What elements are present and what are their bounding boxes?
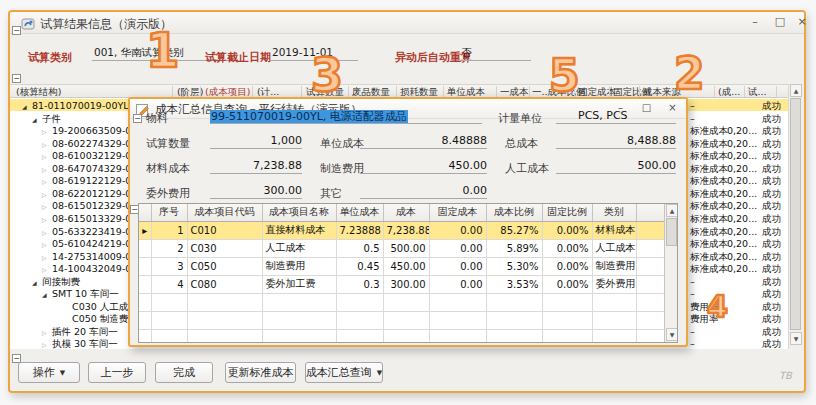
grid-cell: 0.00%: [542, 257, 592, 275]
grid-cell: 450.00: [383, 257, 429, 275]
grid-empty-cell: [429, 293, 486, 311]
minimize-icon[interactable]: –: [746, 14, 764, 31]
cost-source-value: –: [690, 100, 695, 112]
grid-empty-cell: [486, 311, 542, 329]
material-label: 物料: [146, 111, 168, 126]
cost-summary-query-button[interactable]: 成本汇总查询▼: [305, 362, 383, 383]
status-value: 成功: [762, 175, 781, 187]
grid-column-header[interactable]: 固定比例: [542, 204, 592, 221]
grid-empty-cell: [636, 293, 665, 311]
scroll-down-icon[interactable]: ▼: [790, 332, 802, 345]
grid-empty-cell: [542, 329, 592, 343]
form-collapse-box[interactable]: −: [12, 26, 21, 35]
grid-column-header[interactable]: 成本项目名称: [262, 204, 336, 221]
grid-row[interactable]: 3C050制造费用0.45450.000.005.30%0.00%制造费用: [139, 257, 665, 275]
grid-cell: 0.00%: [542, 221, 592, 239]
main-vertical-scrollbar[interactable]: ▲ ▼: [788, 84, 802, 349]
other-label: 其它: [320, 186, 342, 201]
cost-items-table: 序号成本项目代码成本项目名称单位成本成本固定成本成本比例固定比例类别▸1C010…: [139, 204, 666, 343]
grid-cell: 1: [151, 221, 187, 239]
grid-cell: 0.45: [336, 257, 383, 275]
status-value: 成功: [762, 313, 781, 325]
cost-extra-value: 0,20...: [727, 238, 757, 250]
close-icon[interactable]: ×: [793, 14, 811, 31]
watermark: TB: [779, 370, 792, 381]
trial-qty-field[interactable]: 1,000: [210, 134, 302, 149]
grid-row[interactable]: 2C030人工成本0.5500.000.005.89%0.00%人工成本: [139, 239, 665, 257]
finish-button[interactable]: 完成: [155, 362, 213, 383]
grid-cell: C050: [187, 257, 262, 275]
other-field[interactable]: 0.00: [360, 184, 487, 199]
grid-cell: [636, 221, 665, 239]
cost-source-value: –: [690, 326, 695, 338]
grid-empty-cell: [187, 293, 262, 311]
scroll-up-icon[interactable]: ▲: [666, 204, 678, 217]
scroll-up-icon[interactable]: ▲: [790, 84, 802, 97]
cost-source-value: 标准成本: [690, 226, 728, 238]
row-pointer-cell: [139, 257, 151, 275]
mfg-overhead-field[interactable]: 450.00: [360, 159, 487, 174]
grid-empty-cell: [139, 293, 151, 311]
material-collapse-box[interactable]: −: [133, 114, 142, 123]
grid-column-header[interactable]: 成本比例: [486, 204, 542, 221]
grid-column-header[interactable]: 成本项目代码: [187, 204, 262, 221]
grid-empty-row: [139, 293, 665, 311]
grid-column-header[interactable]: 成本: [383, 204, 429, 221]
auto-recalc-field[interactable]: 否: [459, 46, 531, 61]
material-field[interactable]: 99-511070019-00YL, 电源适配器成品: [210, 109, 482, 124]
grid-cell: 0.00: [429, 239, 486, 257]
app-icon: [21, 16, 35, 35]
grid-column-header[interactable]: 序号: [151, 204, 187, 221]
dropdown-icon: ▼: [377, 369, 382, 377]
uom-label: 计量单位: [498, 111, 542, 126]
status-value: 成功: [762, 326, 781, 338]
labor-cost-label: 人工成本: [505, 161, 549, 176]
grid-empty-row: [139, 329, 665, 343]
scroll-thumb[interactable]: [790, 98, 801, 330]
labor-cost-field[interactable]: 500.00: [556, 159, 676, 174]
row-pointer-cell: ▸: [139, 221, 151, 239]
grid-row[interactable]: ▸1C010直接材料成本7.238887,238.880.0085.27%0.0…: [139, 221, 665, 239]
status-value: 成功: [762, 226, 781, 238]
grid-column-header[interactable]: 类别: [592, 204, 636, 221]
selected-text: 99-511070019-00YL, 电源适配器成品: [210, 110, 408, 123]
scroll-thumb[interactable]: [666, 218, 677, 246]
grid-column-header[interactable]: 单位成本: [336, 204, 383, 221]
cost-source-value: –: [690, 288, 695, 300]
status-value: 成功: [762, 301, 781, 313]
uom-field[interactable]: PCS, PCS: [556, 109, 676, 124]
total-cost-field[interactable]: 8,488.88: [556, 134, 676, 149]
status-value: 成功: [762, 138, 781, 150]
grid-row[interactable]: 4C080委外加工费0.3300.000.003.53%0.00%委外费用: [139, 275, 665, 293]
grid-cell: 7,238.88: [383, 221, 429, 239]
grid-column-header[interactable]: 固定成本: [429, 204, 486, 221]
grid-cell: [636, 257, 665, 275]
row-pointer-cell: [139, 239, 151, 257]
grid-cell: 5.89%: [486, 239, 542, 257]
grid-empty-cell: [151, 293, 187, 311]
update-standard-cost-button[interactable]: 更新标准成本: [225, 362, 296, 383]
material-cost-field[interactable]: 7,238.88: [210, 159, 302, 174]
grid-empty-cell: [151, 329, 187, 343]
previous-step-button[interactable]: 上一步: [88, 362, 146, 383]
cost-source-value: 标准成本: [690, 263, 728, 275]
grid-cell: 0.00: [429, 257, 486, 275]
row-pointer-cell: [139, 275, 151, 293]
annotation-digit: 1: [146, 26, 179, 74]
column-separator: [396, 86, 397, 97]
cost-source-value: 标准成本: [690, 238, 728, 250]
status-value: 成功: [762, 163, 781, 175]
outsourcing-cost-field[interactable]: 300.00: [210, 184, 302, 199]
operation-button[interactable]: 操作▼: [18, 362, 80, 383]
grid-cell: 7.23888: [336, 221, 383, 239]
maximize-icon[interactable]: □: [771, 14, 789, 31]
grid-corner: [139, 204, 151, 221]
grid-empty-cell: [542, 293, 592, 311]
scroll-down-icon[interactable]: ▼: [666, 328, 678, 341]
grid-cell: [636, 239, 665, 257]
table-collapse-box[interactable]: −: [12, 74, 21, 83]
unit-cost-field[interactable]: 8.48888: [360, 134, 487, 149]
grid-empty-cell: [187, 329, 262, 343]
grid-empty-cell: [336, 293, 383, 311]
grid-vertical-scrollbar[interactable]: ▲ ▼: [664, 204, 678, 342]
